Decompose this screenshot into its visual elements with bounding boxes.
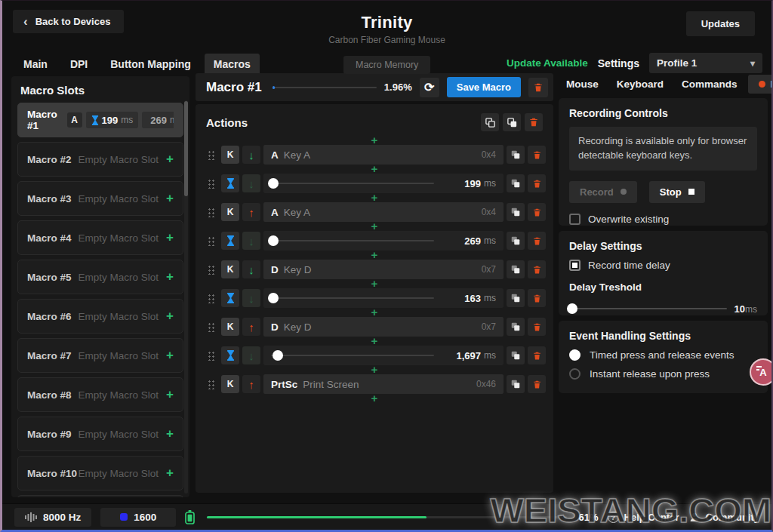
- record-button[interactable]: Record: [569, 181, 637, 203]
- polling-rate-button[interactable]: 8000 Hz: [14, 508, 91, 527]
- insert-action-icon[interactable]: +: [203, 165, 546, 174]
- drag-handle-icon[interactable]: [203, 346, 218, 365]
- duplicate-action-button[interactable]: [507, 203, 525, 221]
- macro-slot-9[interactable]: Macro #9 Empty Macro Slot +: [17, 417, 183, 451]
- save-macro-button[interactable]: Save Macro: [447, 77, 521, 97]
- drag-handle-icon[interactable]: [203, 231, 218, 251]
- profile-dropdown[interactable]: Profile 1 ▾: [649, 53, 762, 73]
- add-macro-icon[interactable]: +: [166, 232, 174, 243]
- delay-slider-knob[interactable]: [268, 178, 279, 189]
- add-macro-icon[interactable]: +: [166, 389, 174, 400]
- action-key-field[interactable]: D Key D 0x7: [263, 317, 504, 337]
- translate-fab-button[interactable]: A: [750, 358, 773, 386]
- help-center-link[interactable]: ? Help Center: [608, 512, 679, 523]
- drag-handle-icon[interactable]: [203, 202, 218, 222]
- update-available-link[interactable]: Update Available: [507, 57, 588, 69]
- macro-slot-partial[interactable]: [17, 495, 183, 497]
- action-key-field[interactable]: A Key A 0x4: [263, 202, 504, 222]
- key-up-arrow-icon[interactable]: ↑: [242, 203, 260, 221]
- paste-actions-button[interactable]: [503, 113, 521, 131]
- delete-action-button[interactable]: [528, 346, 546, 364]
- drag-handle-icon[interactable]: [203, 317, 218, 337]
- instant-release-option[interactable]: Instant release upon press: [569, 368, 757, 380]
- radio-selected-icon[interactable]: [569, 349, 581, 361]
- stop-button[interactable]: Stop: [649, 181, 705, 203]
- action-key-field[interactable]: D Key D 0x7: [263, 260, 504, 279]
- delay-action-icon[interactable]: [221, 174, 239, 192]
- insert-action-icon[interactable]: +: [203, 337, 546, 346]
- tab-keyboard[interactable]: Keyboard: [609, 75, 671, 94]
- macro-slot-5[interactable]: Macro #5 Empty Macro Slot +: [17, 260, 183, 294]
- duplicate-action-button[interactable]: [507, 232, 525, 250]
- delay-threshold-slider[interactable]: [569, 308, 727, 309]
- add-macro-icon[interactable]: +: [166, 429, 174, 439]
- drag-handle-icon[interactable]: [203, 174, 218, 193]
- delay-slider-knob[interactable]: [268, 235, 279, 246]
- insert-action-icon[interactable]: +: [203, 394, 546, 403]
- delete-action-button[interactable]: [528, 232, 546, 250]
- settings-link[interactable]: Settings: [598, 57, 639, 69]
- insert-action-icon[interactable]: +: [203, 193, 546, 202]
- copy-all-actions-button[interactable]: [481, 113, 499, 131]
- tab-main[interactable]: Main: [14, 54, 57, 75]
- key-down-arrow-icon[interactable]: ↓: [242, 146, 260, 164]
- delay-slider[interactable]: 199ms: [263, 174, 504, 193]
- overwrite-checkbox[interactable]: [569, 214, 581, 225]
- keyboard-action-icon[interactable]: K: [221, 375, 239, 393]
- delay-slider-track[interactable]: [271, 355, 434, 356]
- tab-record[interactable]: Record: [748, 75, 773, 94]
- delete-action-button[interactable]: [528, 375, 546, 393]
- duplicate-action-button[interactable]: [507, 375, 525, 393]
- key-up-arrow-icon[interactable]: ↑: [242, 318, 260, 336]
- drag-handle-icon[interactable]: [203, 145, 218, 165]
- delete-all-actions-button[interactable]: [525, 113, 543, 131]
- delete-action-button[interactable]: [528, 203, 546, 221]
- keyboard-action-icon[interactable]: K: [221, 260, 239, 278]
- reset-macro-button[interactable]: ⟳: [420, 78, 439, 97]
- insert-action-icon[interactable]: +: [203, 308, 546, 317]
- drag-handle-icon[interactable]: [203, 260, 218, 279]
- community-link[interactable]: Community: [688, 511, 760, 523]
- delay-slider-track[interactable]: [271, 297, 434, 299]
- delay-action-icon[interactable]: [221, 232, 239, 250]
- radio-unselected-icon[interactable]: [569, 368, 581, 380]
- delete-action-button[interactable]: [528, 146, 546, 164]
- duplicate-action-button[interactable]: [507, 260, 525, 278]
- sidebar-scrollbar-thumb[interactable]: [184, 101, 188, 196]
- key-up-arrow-icon[interactable]: ↑: [242, 375, 260, 393]
- macro-slot-1[interactable]: Macro #1 A 199 ms 269 ms: [17, 103, 183, 137]
- duplicate-action-button[interactable]: [507, 318, 525, 336]
- dpi-button[interactable]: 1600: [100, 508, 176, 527]
- delay-slider-track[interactable]: [271, 183, 434, 184]
- delete-action-button[interactable]: [528, 260, 546, 278]
- duplicate-action-button[interactable]: [507, 346, 525, 364]
- add-macro-icon[interactable]: +: [166, 468, 174, 478]
- delay-slider[interactable]: 269ms: [263, 231, 504, 251]
- tab-button-mapping[interactable]: Button Mapping: [101, 54, 200, 75]
- add-macro-icon[interactable]: +: [166, 311, 174, 321]
- keyboard-action-icon[interactable]: K: [221, 146, 239, 164]
- delay-slider-track[interactable]: [271, 240, 434, 241]
- delay-threshold-knob[interactable]: [567, 303, 577, 314]
- insert-action-icon[interactable]: +: [203, 136, 546, 145]
- delay-action-icon[interactable]: [221, 289, 239, 307]
- insert-action-icon[interactable]: +: [203, 251, 546, 260]
- keyboard-action-icon[interactable]: K: [221, 203, 239, 221]
- macro-slot-2[interactable]: Macro #2 Empty Macro Slot +: [17, 142, 183, 177]
- tab-dpi[interactable]: DPI: [61, 54, 97, 75]
- record-time-delay-option[interactable]: Record time delay: [569, 260, 757, 271]
- updates-button[interactable]: Updates: [686, 11, 755, 36]
- delete-action-button[interactable]: [528, 174, 546, 192]
- macro-slot-3[interactable]: Macro #3 Empty Macro Slot +: [17, 181, 183, 216]
- action-key-field[interactable]: A Key A 0x4: [263, 145, 504, 165]
- tab-commands[interactable]: Commands: [674, 75, 745, 94]
- add-macro-icon[interactable]: +: [166, 272, 174, 282]
- drag-handle-icon[interactable]: [203, 374, 218, 394]
- delete-macro-button[interactable]: [528, 78, 548, 97]
- delay-slider-knob[interactable]: [273, 350, 283, 361]
- duplicate-action-button[interactable]: [507, 146, 525, 164]
- add-macro-icon[interactable]: +: [166, 350, 174, 361]
- macro-slot-4[interactable]: Macro #4 Empty Macro Slot +: [17, 220, 183, 255]
- macro-slot-10[interactable]: Macro #10 Empty Macro Slot +: [17, 456, 183, 490]
- delete-action-button[interactable]: [528, 289, 546, 307]
